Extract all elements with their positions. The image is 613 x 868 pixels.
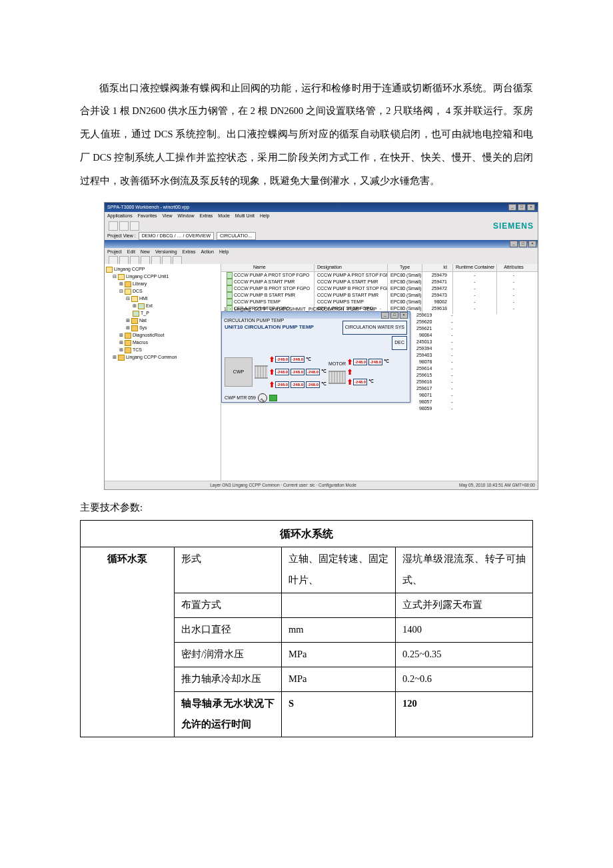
cwp-block: CWP (225, 357, 253, 387)
minimize-icon[interactable]: _ (510, 241, 518, 247)
project-bar: Project View : DEMO / DBCG / … / OVERVIE… (105, 232, 538, 240)
table-row: 循环水泵形式立轴、固定转速、固定叶片、湿坑单级混流泵、转子可抽式、 (81, 547, 533, 593)
folder-icon (106, 267, 113, 273)
arrow-icon (348, 369, 352, 375)
arrow-icon (270, 356, 274, 362)
menu-action[interactable]: Action (201, 247, 213, 258)
item-list: Name Designation Type Id Runtime Contain… (221, 264, 538, 481)
embedded-screenshot: SPPA-T3000 Workbench - wincrt00.vpp _ □ … (104, 202, 533, 490)
table-title: 循环水系统 (81, 520, 533, 547)
folder-icon (125, 333, 131, 339)
body-paragraph: 循泵出口液控蝶阀兼有蝶阀和止回阀的功能，运行和检修时用于连通或切断循环水系统。两… (80, 77, 533, 193)
folder-icon (118, 355, 125, 361)
coupling-icon (255, 365, 268, 379)
folder-icon (125, 289, 131, 295)
folder-icon (125, 347, 131, 353)
menu-multiunit[interactable]: Multi Unit (235, 211, 255, 222)
project-tree[interactable]: Lingang CCPP ⊟ Lingang CCPP Unit1 ⊞ Libr… (105, 264, 221, 481)
menu-favorites[interactable]: Favorites (138, 211, 157, 222)
project-label: Project View : (107, 231, 136, 242)
menu-help[interactable]: Help (260, 211, 269, 222)
folder-icon (131, 318, 138, 324)
folder-icon (133, 311, 139, 317)
menu-view[interactable]: View (163, 211, 173, 222)
maximize-icon[interactable]: □ (518, 204, 526, 211)
main-toolbar (109, 221, 139, 231)
minimize-icon[interactable]: _ (381, 312, 389, 319)
oscilloscope-icon[interactable] (258, 393, 267, 403)
motor-block (328, 371, 346, 384)
toolbar-icon[interactable] (119, 221, 129, 231)
toolbar-icon[interactable] (130, 221, 139, 231)
menu-extras[interactable]: Extras (200, 211, 213, 222)
toolbar-icon[interactable] (109, 221, 118, 231)
folder-icon (125, 281, 131, 287)
menu-extras2[interactable]: Extras (183, 247, 196, 258)
folder-icon (138, 303, 145, 309)
status-right: May 05, 2010 10:43:51 AM GMT+08:00 (459, 480, 535, 490)
arrow-icon (270, 369, 274, 375)
folder-icon (131, 296, 138, 302)
diagram-popup[interactable]: 1 · Lingang CCPP Unit1/DCS/HMI/T_P/CIRCU… (221, 311, 410, 403)
row-group-head: 循环水泵 (81, 547, 175, 737)
close-icon[interactable]: × (400, 312, 408, 319)
menu-applications[interactable]: Applications (107, 211, 133, 222)
folder-icon (118, 274, 125, 280)
folder-icon (125, 340, 131, 346)
arrow-icon (348, 359, 352, 365)
maximize-icon[interactable]: □ (390, 312, 398, 319)
menu-mode[interactable]: Mode (218, 211, 230, 222)
close-icon[interactable]: × (527, 204, 535, 211)
btn-dec[interactable]: DEC (392, 336, 407, 350)
status-left: Layer ON3 Lingang CCPP Common · Current … (210, 480, 356, 490)
motor-label: MOTOR (328, 359, 346, 370)
status-bar: Layer ON3 Lingang CCPP Common · Current … (105, 481, 538, 489)
arrow-icon (270, 381, 274, 387)
arrow-icon (348, 379, 352, 385)
cwp-mtr-label: CWP MTR 059 (225, 393, 256, 404)
menu-help2[interactable]: Help (219, 247, 229, 258)
close-icon[interactable]: × (528, 241, 536, 247)
btn-circulation-water-sys[interactable]: CIRCULATION WATER SYS (342, 321, 407, 335)
inner-menubar: Project Edit New Versioning Extras Actio… (105, 248, 538, 256)
main-menubar: Applications Favorites View Window Extra… (105, 212, 538, 220)
maximize-icon[interactable]: □ (519, 241, 527, 247)
status-indicator (269, 395, 277, 401)
id-column-continuation: 259619-259620-259621-98064-245013-259394… (416, 312, 472, 412)
project-crumb[interactable]: CIRCULATIO… (217, 232, 256, 240)
popup-heading: UNIT10 CIRCULATION PUMP TEMP (225, 321, 314, 333)
folder-icon (131, 325, 138, 331)
menu-window[interactable]: Window (178, 211, 195, 222)
section-label: 主要技术参数: (80, 498, 533, 517)
spec-table: 循环水系统循环水泵形式立轴、固定转速、固定叶片、湿坑单级混流泵、转子可抽式、布置… (80, 520, 533, 737)
project-path[interactable]: DEMO / DBCG / … / OVERVIEW (139, 232, 214, 240)
minimize-icon[interactable]: _ (508, 204, 516, 211)
siemens-logo: SIEMENS (493, 217, 534, 236)
